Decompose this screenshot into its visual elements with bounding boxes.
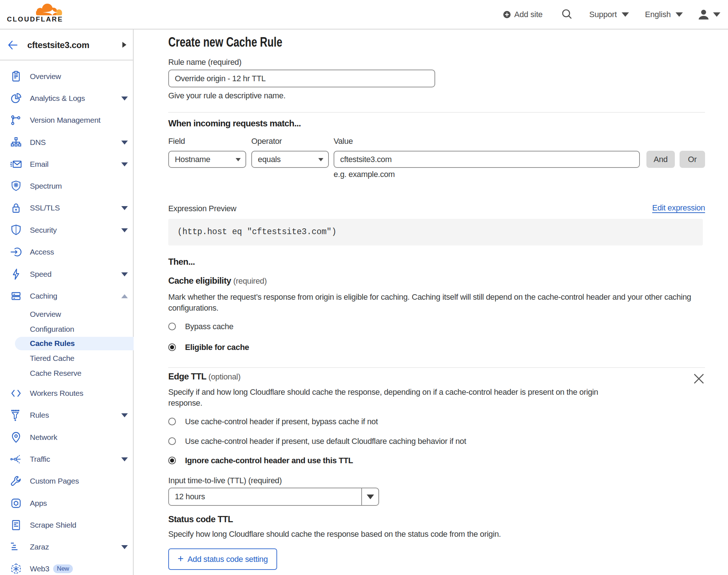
svg-text:CLOUDFLARE: CLOUDFLARE bbox=[7, 15, 63, 23]
